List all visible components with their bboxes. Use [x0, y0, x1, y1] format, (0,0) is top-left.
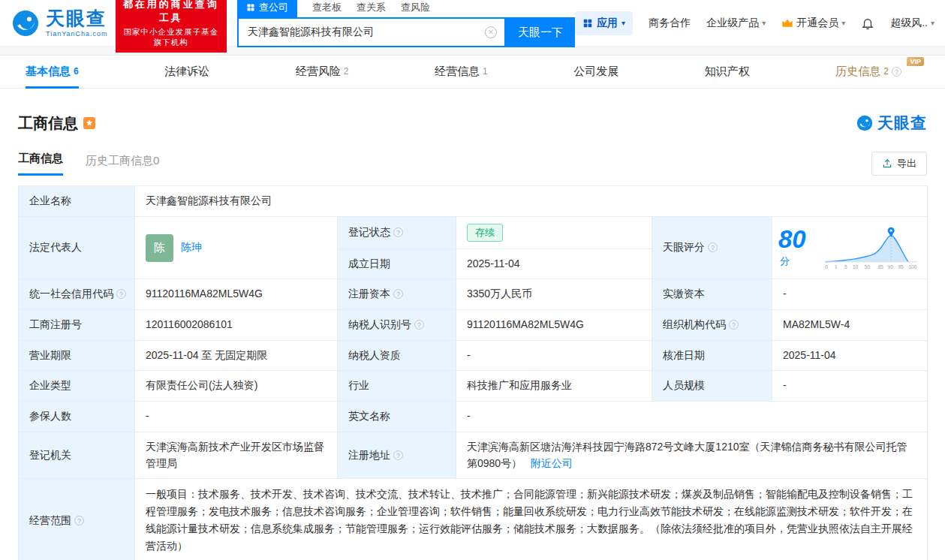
apps-menu[interactable]: 应用 ▾ [575, 11, 633, 35]
field-legal-representative: 陈 陈珅 [135, 216, 338, 279]
field-paid-capital: - [772, 279, 928, 310]
subtab-row: 工商信息 历史工商信息0 导出 [18, 152, 927, 176]
field-label: 登记状态? [338, 216, 456, 248]
tab-count: 2 [883, 66, 889, 77]
field-label: 纳税人识别号? [338, 310, 456, 341]
watermark-logo: 天眼查 [856, 113, 927, 134]
apps-menu-label: 应用 [597, 17, 618, 30]
table-row: 营业期限 2025-11-04 至 无固定期限 纳税人资质 - 核准日期 202… [19, 340, 928, 371]
field-registered-address: 天津滨海高新区塘沽海洋科技园宁海路872号文峰大厦1210室（天津锦信商务秘书有… [456, 432, 928, 478]
export-button[interactable]: 导出 [871, 152, 927, 176]
field-label: 纳税人资质 [338, 340, 456, 371]
export-icon [882, 158, 892, 169]
score-pin-icon [888, 227, 895, 237]
search-tabs: 查公司 查老板 查关系 查风险 [237, 0, 575, 17]
company-icon [246, 3, 255, 12]
tab-count: 1 [483, 66, 488, 77]
search-tab-risk[interactable]: 查风险 [401, 0, 430, 17]
tab-label: 基本信息 [26, 65, 71, 79]
user-menu[interactable]: 超级风.. ▾ [890, 17, 934, 30]
field-company-name: 天津鑫智能源科技有限公司 [135, 186, 928, 217]
help-icon[interactable]: ? [74, 516, 84, 525]
tab-label: 公司发展 [573, 65, 618, 79]
promo-banner: 都在用的商业查询工具 国家中小企业发展子基金旗下机构 [116, 0, 227, 53]
user-name: 超级风.. [890, 17, 928, 30]
apps-grid-icon [582, 18, 593, 29]
search-tab-boss[interactable]: 查老板 [312, 0, 342, 17]
section-title: 工商信息 [18, 113, 78, 134]
legal-rep-avatar[interactable]: 陈 [146, 234, 173, 262]
field-taxpayer-quality: - [456, 340, 652, 371]
svg-text:90: 90 [888, 264, 894, 269]
table-row: 统一社会信用代码? 91120116MA82ML5W4G 注册资本? 3350万… [19, 279, 928, 310]
brand-name: 天眼查 [46, 9, 108, 28]
subtab-business-info[interactable]: 工商信息 [18, 152, 63, 176]
tab-count: 6 [74, 66, 79, 77]
svg-text:95: 95 [898, 264, 904, 269]
table-row: 经营范围? 一般项目：技术服务、技术开发、技术咨询、技术交流、技术转让、技术推广… [19, 479, 928, 560]
notification-bell-icon[interactable] [861, 17, 874, 30]
nav-enterprise-products[interactable]: 企业级产品 ▾ [706, 17, 766, 30]
help-icon[interactable]: ? [708, 242, 718, 252]
svg-text:0: 0 [825, 264, 828, 269]
tab-history-info[interactable]: 历史信息 2 ? VIP [835, 56, 919, 88]
field-label: 统一社会信用代码? [19, 279, 135, 310]
help-icon[interactable]: ? [892, 67, 901, 77]
search-button[interactable]: 天眼一下 [506, 17, 575, 47]
field-label: 注册地址? [338, 432, 456, 478]
field-label: 企业名称 [19, 186, 135, 217]
tab-basic-info[interactable]: 基本信息 6 [26, 56, 79, 88]
tab-business-info[interactable]: 经营信息 1 [435, 56, 488, 88]
field-company-type: 有限责任公司(法人独资) [135, 371, 338, 402]
search-tab-relation[interactable]: 查关系 [357, 0, 386, 17]
nav-membership[interactable]: 开通会员 ▾ [781, 17, 845, 30]
nav-business-cooperation[interactable]: 商务合作 [649, 17, 691, 30]
svg-text:50: 50 [865, 264, 871, 269]
help-icon[interactable]: ? [116, 289, 126, 299]
crown-icon [781, 18, 793, 29]
table-row: 工商注册号 120116002086101 纳税人识别号? 91120116MA… [19, 310, 928, 341]
tianyancha-logo[interactable]: 天眼查 TianYanCha.com [11, 8, 108, 38]
chevron-down-icon: ▾ [762, 19, 766, 27]
search-tab-company[interactable]: 查公司 [237, 0, 297, 17]
table-row: 企业类型 有限责任公司(法人独资) 行业 科技推广和应用服务业 人员规模 - [19, 371, 928, 402]
table-row: 企业名称 天津鑫智能源科技有限公司 [19, 186, 928, 217]
field-label: 组织机构代码? [652, 310, 772, 341]
field-business-scope: 一般项目：技术服务、技术开发、技术咨询、技术交流、技术转让、技术推广；合同能源管… [135, 479, 928, 560]
svg-text:85: 85 [878, 264, 884, 269]
field-label: 营业期限 [19, 340, 135, 371]
chevron-down-icon: ▾ [841, 19, 845, 27]
search-input-wrap: ✕ [237, 17, 506, 47]
section-badge-icon [83, 117, 95, 129]
tab-operational-risk[interactable]: 经营风险 2 [296, 56, 349, 88]
subtab-history-business-info[interactable]: 历史工商信息0 [86, 154, 159, 176]
svg-text:5: 5 [844, 264, 847, 269]
search-bar: ✕ 天眼一下 [237, 17, 575, 47]
help-icon[interactable]: ? [729, 320, 739, 330]
clear-icon[interactable]: ✕ [485, 26, 497, 38]
search-input[interactable] [239, 19, 504, 46]
nav-membership-label: 开通会员 [796, 17, 838, 30]
tab-intellectual-property[interactable]: 知识产权 [705, 56, 750, 88]
tab-count: 2 [344, 66, 349, 77]
field-industry: 科技推广和应用服务业 [456, 371, 652, 402]
watermark-logo-text: 天眼查 [877, 113, 927, 134]
field-registration-number: 120116002086101 [135, 310, 338, 341]
tab-company-development[interactable]: 公司发展 [573, 56, 618, 88]
field-business-term: 2025-11-04 至 无固定期限 [135, 340, 338, 371]
help-icon[interactable]: ? [393, 227, 403, 237]
top-nav: 应用 ▾ 商务合作 企业级产品 ▾ 开通会员 ▾ 超级风.. ▾ [575, 11, 934, 35]
nearby-companies-link[interactable]: 附近公司 [531, 457, 573, 469]
field-english-name: - [456, 402, 928, 432]
help-icon[interactable]: ? [393, 450, 403, 460]
export-label: 导出 [897, 157, 916, 170]
chevron-down-icon: ▾ [621, 19, 625, 27]
field-org-code: MA82ML5W-4 [772, 310, 928, 341]
tab-legal-proceedings[interactable]: 法律诉讼 [164, 56, 209, 88]
field-label: 参保人数 [19, 402, 135, 432]
legal-rep-link[interactable]: 陈珅 [181, 239, 202, 256]
help-icon[interactable]: ? [393, 289, 403, 299]
help-icon[interactable]: ? [414, 320, 424, 330]
field-insured-count: - [135, 402, 338, 432]
field-label: 企业类型 [19, 371, 135, 402]
